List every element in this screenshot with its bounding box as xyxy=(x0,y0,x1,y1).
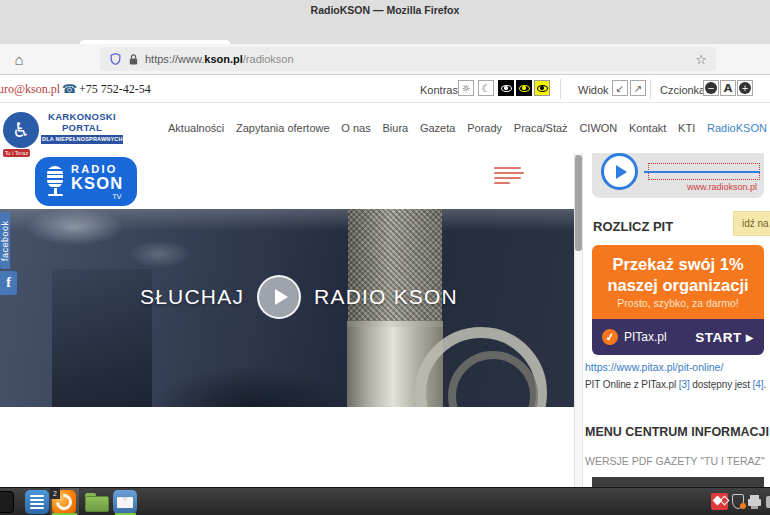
lock-icon[interactable] xyxy=(128,53,139,66)
site-nav: ♿ Tu i Teraz KARKONOSKI PORTAL DLA NIEPE… xyxy=(0,103,770,153)
plus-circle-icon: + xyxy=(739,82,751,94)
pitax-link[interactable]: https://www.pitax.pl/pit-online/ xyxy=(585,361,723,373)
view-expand-button[interactable]: ↗ xyxy=(630,80,646,96)
pit-text-part2: dostępny jest xyxy=(690,379,753,390)
contact-email-link[interactable]: uro@kson.pl xyxy=(0,82,60,97)
url-domain: kson.pl xyxy=(204,53,243,65)
play-icon xyxy=(616,165,627,179)
nav-item-gazeta[interactable]: Gazeta xyxy=(420,122,455,134)
player-progress-line xyxy=(644,171,760,173)
file-manager-icon[interactable] xyxy=(85,496,109,512)
envelope-icon xyxy=(117,497,133,508)
contrast-black-on-yellow-button[interactable] xyxy=(534,80,550,96)
player-url: www.radiokson.pl xyxy=(687,182,757,192)
home-icon[interactable]: ⌂ xyxy=(8,48,30,70)
wheelchair-icon: ♿ xyxy=(12,118,30,142)
nav-item-o-nas[interactable]: O nas xyxy=(341,122,370,134)
letter-a-icon: A xyxy=(724,82,733,95)
pit-online-text: PIT Online z PITax.pl [3] dostępny jest … xyxy=(585,377,767,393)
menu-hamburger-icon[interactable] xyxy=(494,167,526,187)
screen: RadioKSON — Mozilla Firefox nie Andrzej … xyxy=(0,0,770,515)
player-play-button[interactable] xyxy=(601,153,638,190)
font-smaller-button[interactable]: − xyxy=(703,80,719,96)
nav-item-aktualnosci[interactable]: Aktualności xyxy=(168,122,224,134)
url-toolbar: ⌂ https://www.kson.pl/radiokson ☆ xyxy=(0,44,770,75)
tracking-shield-icon[interactable] xyxy=(109,52,122,66)
pitax-banner-top: Przekaż swój 1% naszej organizacji Prost… xyxy=(592,245,764,319)
goto-page-button[interactable]: idź na s xyxy=(733,211,770,236)
footnote-4-link[interactable]: [4] xyxy=(753,379,764,390)
expand-arrow-icon: ↗ xyxy=(634,83,642,94)
banner-line3: Prosto, szybko, za darmo! xyxy=(592,297,764,309)
shrink-arrow-icon: ↙ xyxy=(616,83,624,94)
facebook-flap[interactable]: facebook f xyxy=(0,212,17,295)
tray-printer-icon-out xyxy=(751,506,758,509)
phone-number: +75 752-42-54 xyxy=(79,82,151,96)
site-logo[interactable]: ♿ Tu i Teraz xyxy=(3,112,39,148)
facebook-f-icon[interactable]: f xyxy=(0,271,17,295)
moon-icon: ☾ xyxy=(482,83,491,94)
nav-item-ciwon[interactable]: CIWON xyxy=(579,122,617,134)
contrast-yellow-on-black-button[interactable] xyxy=(516,80,532,96)
minus-circle-icon: − xyxy=(705,82,717,94)
font-size-label: Czcionka xyxy=(660,84,705,96)
tray-printer-icon[interactable] xyxy=(748,499,761,506)
phone-icon: ☎ xyxy=(62,82,77,96)
url-scheme: https://www. xyxy=(145,53,204,65)
pit-text-part1: PIT Online z PITax.pl xyxy=(585,379,679,390)
hero-listen-text: SŁUCHAJ xyxy=(140,285,244,309)
view-shrink-button[interactable]: ↙ xyxy=(612,80,628,96)
start-label: START xyxy=(695,330,742,345)
webpage: uro@kson.pl ☎+75 752-42-54 Kontrast ☼ ☾ … xyxy=(0,75,770,487)
contrast-night-button[interactable]: ☾ xyxy=(478,80,494,96)
play-button[interactable] xyxy=(257,275,301,319)
bookmark-star-icon[interactable]: ☆ xyxy=(695,52,707,67)
window-titlebar: RadioKSON — Mozilla Firefox xyxy=(0,0,770,19)
banner-line1: Przekaż swój 1% xyxy=(592,254,764,275)
radio-logo-text: RADIO KSON TV xyxy=(71,163,123,200)
nav-item-kti[interactable]: KTI xyxy=(678,122,695,134)
contrast-white-on-black-button[interactable] xyxy=(498,80,514,96)
tray-partial-icon[interactable] xyxy=(766,496,770,508)
hero-studio-photo: SŁUCHAJ RADIO KSON xyxy=(0,209,574,407)
radio-player-widget: www.radiokson.pl xyxy=(592,153,764,198)
pitax-banner[interactable]: Przekaż swój 1% naszej organizacji Prost… xyxy=(592,245,764,355)
eye-icon xyxy=(537,85,548,92)
radio-logo-line3: TV xyxy=(71,193,123,200)
site-topbar: uro@kson.pl ☎+75 752-42-54 Kontrast ☼ ☾ … xyxy=(0,75,770,103)
nav-item-kontakt[interactable]: Kontakt xyxy=(629,122,666,134)
radio-logo-line2: KSON xyxy=(71,175,123,192)
pit-text-part3: . xyxy=(763,379,766,390)
taskbar-partial-icon[interactable] xyxy=(0,491,14,513)
site-logo-text[interactable]: KARKONOSKI PORTAL DLA NIEPEŁNOSPRAWNYCH xyxy=(41,112,123,144)
banner-line2: naszej organizacji xyxy=(592,275,764,296)
microphone-icon xyxy=(47,166,63,188)
play-icon xyxy=(275,289,288,305)
pdf-gazette-label[interactable]: WERSJE PDF GAZETY "TU I TERAZ" xyxy=(585,455,765,467)
contrast-normal-button[interactable]: ☼ xyxy=(458,80,474,96)
footnote-3-link[interactable]: [3] xyxy=(679,379,690,390)
scrollbar-thumb[interactable] xyxy=(575,155,582,251)
nav-item-biura[interactable]: Biura xyxy=(382,122,408,134)
radio-kson-tv-logo[interactable]: RADIO KSON TV xyxy=(35,157,137,206)
text-editor-icon[interactable] xyxy=(25,490,49,514)
nav-item-porady[interactable]: Porady xyxy=(467,122,502,134)
nav-item-zapytania-ofertowe[interactable]: Zapytania ofertowe xyxy=(236,122,330,134)
nav-item-praca-staz[interactable]: Praca/Staż xyxy=(514,122,568,134)
url-bar[interactable]: https://www.kson.pl/radiokson ☆ xyxy=(100,47,716,71)
logo-line3: DLA NIEPEŁNOSPRAWNYCH xyxy=(41,135,123,144)
os-taskbar: 2 xyxy=(0,487,770,515)
cropped-element-bar xyxy=(592,477,764,487)
view-label: Widok xyxy=(578,84,609,96)
start-button[interactable]: START▶ xyxy=(695,330,754,345)
font-larger-button[interactable]: + xyxy=(737,80,753,96)
facebook-label[interactable]: facebook xyxy=(0,212,10,269)
menu-centrum-heading: MENU CENTRUM INFORMACJI xyxy=(585,425,769,439)
mail-icon[interactable] xyxy=(113,490,137,514)
pitax-check-icon: ✓ xyxy=(601,328,619,346)
font-reset-button[interactable]: A xyxy=(720,80,736,96)
nav-item-radiokson-active[interactable]: RadioKSON xyxy=(707,122,767,134)
contrast-label: Kontrast xyxy=(420,84,461,96)
divider xyxy=(560,79,561,99)
pitax-banner-bottom: ✓ PITax.pl START▶ xyxy=(592,319,764,355)
